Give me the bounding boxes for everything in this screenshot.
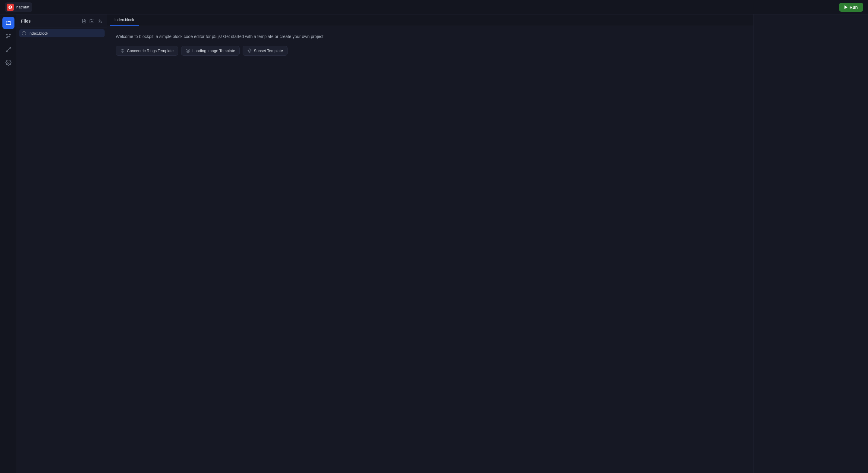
loading-image-label: Loading Image Template: [192, 49, 235, 53]
file-name: index.block: [29, 31, 48, 36]
sidebar-item-source-control[interactable]: [2, 30, 14, 42]
loading-image-template-button[interactable]: Loading Image Template: [181, 46, 240, 56]
svg-point-3: [7, 62, 9, 64]
user-name: natmfat: [16, 5, 29, 9]
files-header: Files: [17, 14, 107, 27]
main-layout: Files: [0, 14, 868, 473]
play-icon: [844, 5, 847, 9]
avatar: [7, 4, 14, 11]
svg-point-10: [122, 50, 123, 52]
svg-line-24: [248, 52, 248, 53]
file-item[interactable]: index.block: [19, 29, 104, 37]
files-title: Files: [21, 19, 31, 24]
svg-line-25: [251, 50, 251, 50]
welcome-text: Welcome to blockpit, a simple block code…: [116, 33, 327, 40]
sunset-label: Sunset Template: [254, 49, 283, 53]
sidebar-item-branch[interactable]: [2, 43, 14, 56]
sidebar-item-files[interactable]: [2, 17, 14, 29]
run-label: Run: [849, 5, 858, 10]
sidebar-item-settings[interactable]: [2, 57, 14, 69]
concentric-rings-label: Concentric Rings Template: [127, 49, 174, 53]
tab-index-block[interactable]: index.block: [110, 14, 139, 26]
file-icon: [22, 31, 26, 36]
template-buttons: Concentric Rings Template Loading Image …: [116, 46, 745, 56]
preview-panel: [753, 14, 868, 473]
sun-icon: [247, 49, 252, 53]
sidebar-icons: [0, 14, 17, 473]
topbar: natmfat Run: [0, 0, 868, 14]
svg-line-16: [187, 52, 187, 53]
sunset-template-button[interactable]: Sunset Template: [243, 46, 287, 56]
svg-point-17: [249, 50, 250, 52]
svg-line-20: [248, 50, 248, 50]
editor-area: index.block Welcome to blockpit, a simpl…: [107, 14, 753, 473]
svg-line-15: [188, 50, 189, 50]
svg-line-14: [188, 52, 189, 53]
files-actions: [81, 18, 103, 24]
file-list: index.block: [17, 27, 107, 39]
user-badge[interactable]: natmfat: [5, 2, 32, 12]
editor-tabs: index.block: [107, 14, 753, 26]
download-button[interactable]: [97, 18, 103, 24]
new-file-button[interactable]: [81, 18, 87, 24]
concentric-rings-template-button[interactable]: Concentric Rings Template: [116, 46, 178, 56]
run-button[interactable]: Run: [839, 3, 863, 12]
image-circle-icon: [186, 49, 190, 53]
svg-line-21: [251, 52, 251, 53]
files-panel: Files: [17, 14, 107, 473]
new-folder-button[interactable]: [89, 18, 95, 24]
sparkle-icon: [120, 49, 125, 53]
editor-content: Welcome to blockpit, a simple block code…: [107, 26, 753, 473]
svg-line-13: [187, 50, 187, 50]
